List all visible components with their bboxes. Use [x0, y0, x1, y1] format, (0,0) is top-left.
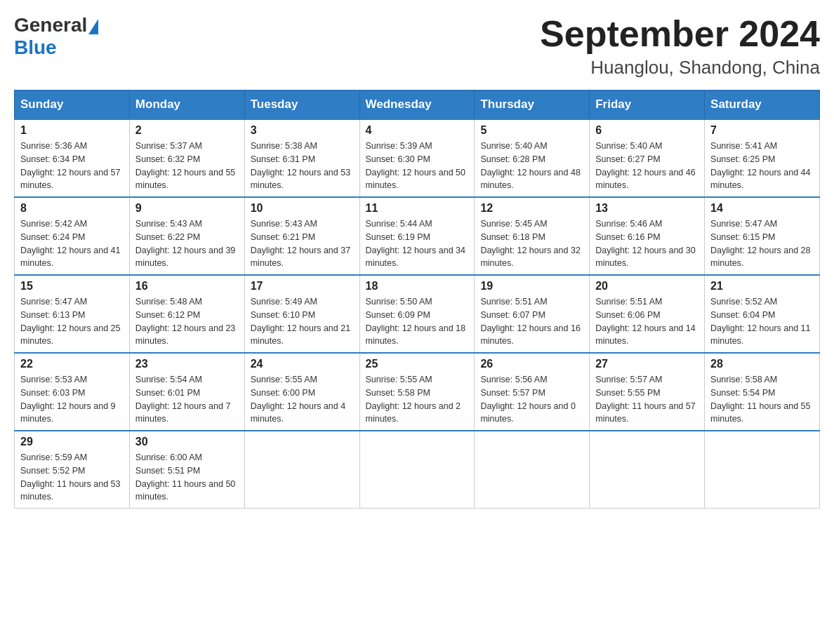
day-number: 16 — [135, 280, 239, 293]
day-info: Sunrise: 5:54 AMSunset: 6:01 PMDaylight:… — [135, 373, 239, 426]
day-cell: 3 Sunrise: 5:38 AMSunset: 6:31 PMDayligh… — [244, 119, 359, 197]
calendar-title: September 2024 — [540, 14, 820, 54]
day-number: 29 — [20, 436, 124, 448]
header-tuesday: Tuesday — [244, 90, 359, 120]
week-row-3: 22 Sunrise: 5:53 AMSunset: 6:03 PMDaylig… — [15, 353, 820, 431]
day-info: Sunrise: 5:55 AMSunset: 5:58 PMDaylight:… — [366, 373, 469, 426]
calendar-subtitle: Huanglou, Shandong, China — [540, 57, 820, 79]
day-info: Sunrise: 5:56 AMSunset: 5:57 PMDaylight:… — [480, 373, 583, 426]
day-info: Sunrise: 5:44 AMSunset: 6:19 PMDaylight:… — [366, 217, 469, 270]
day-cell: 19 Sunrise: 5:51 AMSunset: 6:07 PMDaylig… — [475, 275, 590, 353]
day-info: Sunrise: 5:52 AMSunset: 6:04 PMDaylight:… — [710, 295, 814, 348]
week-row-2: 15 Sunrise: 5:47 AMSunset: 6:13 PMDaylig… — [15, 275, 820, 353]
day-info: Sunrise: 5:36 AMSunset: 6:34 PMDaylight:… — [20, 140, 124, 192]
day-info: Sunrise: 5:41 AMSunset: 6:25 PMDaylight:… — [710, 140, 814, 192]
day-number: 3 — [251, 124, 354, 137]
day-cell: 21 Sunrise: 5:52 AMSunset: 6:04 PMDaylig… — [705, 275, 820, 353]
day-info: Sunrise: 5:42 AMSunset: 6:24 PMDaylight:… — [20, 217, 124, 270]
day-cell — [475, 431, 590, 509]
day-info: Sunrise: 5:50 AMSunset: 6:09 PMDaylight:… — [366, 295, 469, 348]
day-cell: 6 Sunrise: 5:40 AMSunset: 6:27 PMDayligh… — [590, 119, 705, 197]
day-cell — [590, 431, 705, 509]
day-number: 6 — [595, 124, 699, 137]
day-cell: 30 Sunrise: 6:00 AMSunset: 5:51 PMDaylig… — [129, 431, 244, 509]
day-number: 28 — [710, 358, 814, 370]
day-cell: 24 Sunrise: 5:55 AMSunset: 6:00 PMDaylig… — [244, 353, 359, 431]
day-cell: 27 Sunrise: 5:57 AMSunset: 5:55 PMDaylig… — [590, 353, 705, 431]
day-number: 11 — [366, 202, 469, 215]
day-info: Sunrise: 5:47 AMSunset: 6:13 PMDaylight:… — [20, 295, 124, 348]
day-number: 5 — [480, 124, 583, 137]
day-number: 20 — [595, 280, 699, 293]
day-info: Sunrise: 5:51 AMSunset: 6:06 PMDaylight:… — [595, 295, 699, 348]
day-info: Sunrise: 5:43 AMSunset: 6:21 PMDaylight:… — [251, 217, 354, 270]
day-number: 8 — [20, 202, 124, 215]
header-thursday: Thursday — [475, 90, 590, 120]
header-sunday: Sunday — [15, 90, 130, 120]
day-number: 27 — [595, 358, 699, 370]
day-number: 19 — [480, 280, 583, 293]
week-row-1: 8 Sunrise: 5:42 AMSunset: 6:24 PMDayligh… — [15, 197, 820, 275]
calendar-body: 1 Sunrise: 5:36 AMSunset: 6:34 PMDayligh… — [15, 119, 820, 509]
day-cell: 8 Sunrise: 5:42 AMSunset: 6:24 PMDayligh… — [15, 197, 130, 275]
day-cell: 15 Sunrise: 5:47 AMSunset: 6:13 PMDaylig… — [15, 275, 130, 353]
day-info: Sunrise: 5:58 AMSunset: 5:54 PMDaylight:… — [710, 373, 814, 426]
day-cell: 14 Sunrise: 5:47 AMSunset: 6:15 PMDaylig… — [705, 197, 820, 275]
day-info: Sunrise: 5:38 AMSunset: 6:31 PMDaylight:… — [251, 140, 354, 192]
day-cell: 16 Sunrise: 5:48 AMSunset: 6:12 PMDaylig… — [129, 275, 244, 353]
day-cell: 1 Sunrise: 5:36 AMSunset: 6:34 PMDayligh… — [15, 119, 130, 197]
day-cell: 12 Sunrise: 5:45 AMSunset: 6:18 PMDaylig… — [475, 197, 590, 275]
title-area: September 2024 Huanglou, Shandong, China — [540, 14, 820, 79]
day-number: 7 — [710, 124, 814, 137]
header-wednesday: Wednesday — [359, 90, 475, 120]
day-info: Sunrise: 5:48 AMSunset: 6:12 PMDaylight:… — [135, 295, 239, 348]
day-info: Sunrise: 5:51 AMSunset: 6:07 PMDaylight:… — [480, 295, 583, 348]
header-monday: Monday — [129, 90, 244, 120]
calendar-table: SundayMondayTuesdayWednesdayThursdayFrid… — [14, 90, 820, 509]
day-cell: 7 Sunrise: 5:41 AMSunset: 6:25 PMDayligh… — [705, 119, 820, 197]
header-saturday: Saturday — [705, 90, 820, 120]
day-number: 17 — [251, 280, 354, 293]
day-cell: 4 Sunrise: 5:39 AMSunset: 6:30 PMDayligh… — [359, 119, 475, 197]
day-info: Sunrise: 5:49 AMSunset: 6:10 PMDaylight:… — [251, 295, 354, 348]
day-number: 18 — [366, 280, 469, 293]
day-info: Sunrise: 5:47 AMSunset: 6:15 PMDaylight:… — [710, 217, 814, 270]
day-info: Sunrise: 5:37 AMSunset: 6:32 PMDaylight:… — [135, 140, 239, 192]
day-cell: 9 Sunrise: 5:43 AMSunset: 6:22 PMDayligh… — [129, 197, 244, 275]
header-row: SundayMondayTuesdayWednesdayThursdayFrid… — [15, 90, 820, 120]
day-cell: 17 Sunrise: 5:49 AMSunset: 6:10 PMDaylig… — [244, 275, 359, 353]
day-number: 2 — [135, 124, 239, 137]
day-cell: 20 Sunrise: 5:51 AMSunset: 6:06 PMDaylig… — [590, 275, 705, 353]
day-number: 30 — [135, 436, 239, 448]
page-header: General Blue September 2024 Huanglou, Sh… — [14, 14, 820, 79]
logo-general-text: General — [14, 14, 87, 36]
day-cell: 23 Sunrise: 5:54 AMSunset: 6:01 PMDaylig… — [129, 353, 244, 431]
day-info: Sunrise: 6:00 AMSunset: 5:51 PMDaylight:… — [135, 451, 239, 504]
day-cell: 5 Sunrise: 5:40 AMSunset: 6:28 PMDayligh… — [475, 119, 590, 197]
logo-triangle-icon — [88, 19, 98, 34]
day-number: 25 — [366, 358, 469, 370]
day-cell: 10 Sunrise: 5:43 AMSunset: 6:21 PMDaylig… — [244, 197, 359, 275]
day-info: Sunrise: 5:55 AMSunset: 6:00 PMDaylight:… — [251, 373, 354, 426]
day-info: Sunrise: 5:43 AMSunset: 6:22 PMDaylight:… — [135, 217, 239, 270]
day-cell: 13 Sunrise: 5:46 AMSunset: 6:16 PMDaylig… — [590, 197, 705, 275]
day-cell: 18 Sunrise: 5:50 AMSunset: 6:09 PMDaylig… — [359, 275, 475, 353]
day-number: 13 — [595, 202, 699, 215]
day-number: 15 — [20, 280, 124, 293]
logo-blue-text: Blue — [14, 36, 57, 59]
day-info: Sunrise: 5:53 AMSunset: 6:03 PMDaylight:… — [20, 373, 124, 426]
day-info: Sunrise: 5:59 AMSunset: 5:52 PMDaylight:… — [20, 451, 124, 504]
header-friday: Friday — [590, 90, 705, 120]
day-cell: 25 Sunrise: 5:55 AMSunset: 5:58 PMDaylig… — [359, 353, 475, 431]
day-number: 12 — [480, 202, 583, 215]
day-number: 10 — [251, 202, 354, 215]
day-cell: 29 Sunrise: 5:59 AMSunset: 5:52 PMDaylig… — [15, 431, 130, 509]
day-cell: 22 Sunrise: 5:53 AMSunset: 6:03 PMDaylig… — [15, 353, 130, 431]
week-row-4: 29 Sunrise: 5:59 AMSunset: 5:52 PMDaylig… — [15, 431, 820, 509]
logo: General Blue — [14, 14, 98, 59]
day-info: Sunrise: 5:46 AMSunset: 6:16 PMDaylight:… — [595, 217, 699, 270]
day-info: Sunrise: 5:40 AMSunset: 6:28 PMDaylight:… — [480, 140, 583, 192]
day-number: 24 — [251, 358, 354, 370]
day-info: Sunrise: 5:45 AMSunset: 6:18 PMDaylight:… — [480, 217, 583, 270]
day-cell — [244, 431, 359, 509]
